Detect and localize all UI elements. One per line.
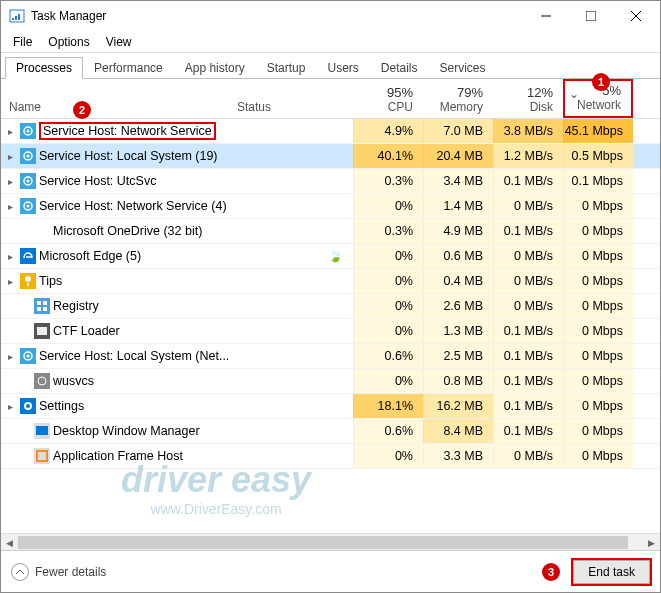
process-row[interactable]: wusvcs0%0.8 MB0.1 MB/s0 Mbps [1,369,660,394]
app-icon [9,8,25,24]
expand-chevron-icon[interactable]: ▸ [1,351,19,362]
minimize-button[interactable] [523,2,568,30]
expand-chevron-icon[interactable]: ▸ [1,126,19,137]
edge-icon [19,248,37,264]
cell-cpu: 0.6% [353,419,423,443]
scroll-right-icon[interactable]: ▶ [643,534,660,551]
header-name-label: Name [9,100,41,114]
menu-file[interactable]: File [7,33,38,51]
process-row[interactable]: Desktop Window Manager0.6%8.4 MB0.1 MB/s… [1,419,660,444]
process-list: driver easy www.DriverEasy.com ▸Service … [1,119,660,533]
cell-disk: 0 MB/s [493,244,563,268]
svc-icon [19,148,37,164]
process-name: Service Host: Network Service (4) [37,199,233,213]
svg-point-33 [27,355,30,358]
cell-mem: 3.3 MB [423,444,493,468]
header-disk[interactable]: 12% Disk [493,79,563,118]
svg-rect-20 [20,248,36,264]
tab-strip: Processes Performance App history Startu… [1,53,660,79]
svc-icon [19,123,37,139]
process-row[interactable]: Registry0%2.6 MB0 MB/s0 Mbps [1,294,660,319]
process-row[interactable]: ▸Service Host: Network Service4.9%7.0 MB… [1,119,660,144]
process-row[interactable]: ▸Tips0%0.4 MB0 MB/s0 Mbps [1,269,660,294]
cell-disk: 1.2 MB/s [493,144,563,168]
cell-disk: 0 MB/s [493,194,563,218]
tab-app-history[interactable]: App history [174,57,256,78]
tab-services[interactable]: Services [429,57,497,78]
process-row[interactable]: ▸Microsoft Edge (5)🍃0%0.6 MB0 MB/s0 Mbps [1,244,660,269]
fewer-details-label: Fewer details [35,565,106,579]
svc-icon [19,348,37,364]
expand-chevron-icon[interactable]: ▸ [1,276,19,287]
cell-net: 0 Mbps [563,194,633,218]
process-row[interactable]: CTF Loader0%1.3 MB0.1 MB/s0 Mbps [1,319,660,344]
header-net-label: Network [577,98,621,112]
tab-performance[interactable]: Performance [83,57,174,78]
column-headers: Name Status 95% CPU 79% Memory 12% Disk … [1,79,660,119]
menu-view[interactable]: View [100,33,138,51]
maximize-button[interactable] [568,2,613,30]
header-name[interactable]: Name [1,79,233,118]
wus-icon [33,373,51,389]
callout-1: 1 [592,73,610,91]
horizontal-scrollbar[interactable]: ◀ ▶ [1,533,660,550]
cell-net: 0 Mbps [563,419,633,443]
tab-startup[interactable]: Startup [256,57,317,78]
cell-mem: 20.4 MB [423,144,493,168]
scroll-left-icon[interactable]: ◀ [1,534,18,551]
expand-chevron-icon[interactable]: ▸ [1,201,19,212]
process-name: Microsoft OneDrive (32 bit) [51,224,233,238]
process-row[interactable]: ▸Settings18.1%16.2 MB0.1 MB/s0 Mbps [1,394,660,419]
header-disk-pct: 12% [527,85,553,100]
cell-mem: 1.4 MB [423,194,493,218]
cell-net: 0 Mbps [563,244,633,268]
expand-chevron-icon[interactable]: ▸ [1,401,19,412]
process-row[interactable]: Application Frame Host0%3.3 MB0 MB/s0 Mb… [1,444,660,469]
tab-details[interactable]: Details [370,57,429,78]
expand-chevron-icon[interactable]: ▸ [1,251,19,262]
cell-net: 0 Mbps [563,219,633,243]
cell-net: 0.1 Mbps [563,169,633,193]
process-row[interactable]: ▸Service Host: Local System (Net...0.6%2… [1,344,660,369]
scroll-thumb[interactable] [18,536,628,549]
tab-users[interactable]: Users [316,57,369,78]
process-name: Registry [51,299,233,313]
cell-disk: 0.1 MB/s [493,369,563,393]
cell-disk: 0 MB/s [493,269,563,293]
process-row[interactable]: ▸Service Host: Network Service (4)0%1.4 … [1,194,660,219]
process-row[interactable]: ▸Service Host: Local System (19)40.1%20.… [1,144,660,169]
cell-disk: 0.1 MB/s [493,319,563,343]
header-disk-label: Disk [530,100,553,114]
expand-chevron-icon[interactable]: ▸ [1,151,19,162]
cell-mem: 4.9 MB [423,219,493,243]
cell-mem: 7.0 MB [423,119,493,143]
cell-net: 0 Mbps [563,269,633,293]
process-name: wusvcs [51,374,233,388]
cell-mem: 16.2 MB [423,394,493,418]
svg-rect-34 [34,373,50,389]
cell-mem: 0.8 MB [423,369,493,393]
header-cpu[interactable]: 95% CPU [353,79,423,118]
svg-rect-24 [34,298,50,314]
process-row[interactable]: ▸Service Host: UtcSvc0.3%3.4 MB0.1 MB/s0… [1,169,660,194]
cell-disk: 0.1 MB/s [493,219,563,243]
cell-cpu: 0% [353,244,423,268]
expand-chevron-icon[interactable]: ▸ [1,176,19,187]
cell-net: 0 Mbps [563,369,633,393]
cell-net: 45.1 Mbps [563,119,633,143]
svg-rect-36 [20,398,36,414]
process-row[interactable]: Microsoft OneDrive (32 bit)0.3%4.9 MB0.1… [1,219,660,244]
header-status[interactable]: Status [233,79,353,118]
tab-processes[interactable]: Processes [5,57,83,79]
close-button[interactable] [613,2,658,30]
end-task-button[interactable]: End task [573,560,650,584]
cell-cpu: 18.1% [353,394,423,418]
svc-icon [19,198,37,214]
svg-point-22 [25,276,31,282]
fewer-details-button[interactable]: Fewer details [11,563,106,581]
menu-options[interactable]: Options [42,33,95,51]
header-cpu-pct: 95% [387,85,413,100]
svg-rect-5 [586,11,596,21]
header-memory[interactable]: 79% Memory [423,79,493,118]
svg-rect-23 [27,283,29,286]
